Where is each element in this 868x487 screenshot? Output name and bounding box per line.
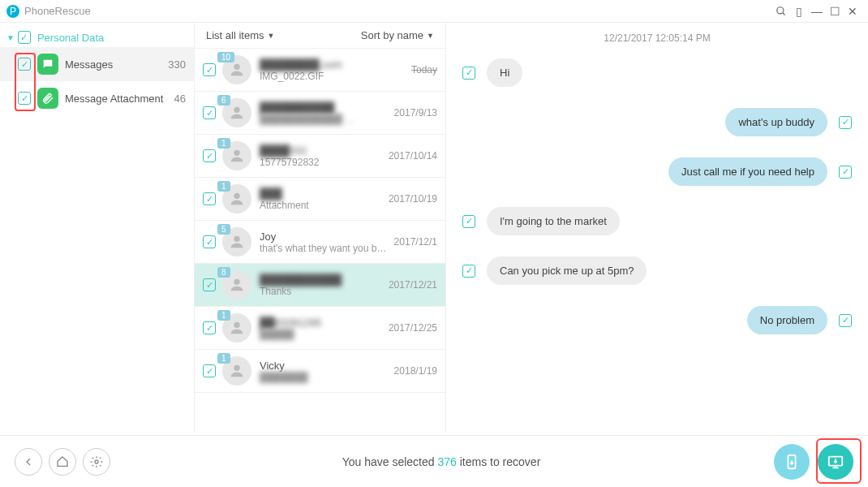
checkbox-personal-data[interactable] bbox=[18, 31, 31, 44]
search-icon[interactable] bbox=[772, 2, 790, 20]
svg-point-4 bbox=[234, 150, 239, 156]
sidebar: ▼ Personal Data Messages 330 Message Att… bbox=[0, 23, 195, 433]
svg-point-0 bbox=[777, 6, 784, 13]
conversation-date: 2018/1/19 bbox=[394, 365, 437, 377]
message-bubble: Just call me if you need help bbox=[668, 157, 827, 186]
sidebar-item-label: Messages bbox=[65, 58, 113, 71]
checkbox-conversation[interactable] bbox=[203, 321, 216, 334]
conversation-item[interactable]: 8███████████Thanks2017/12/21 bbox=[195, 264, 445, 307]
svg-point-7 bbox=[234, 279, 239, 285]
message-bubble: Can you pick me up at 5pm? bbox=[487, 256, 647, 285]
message-row: Just call me if you need help bbox=[462, 157, 852, 186]
maximize-icon[interactable]: ☐ bbox=[826, 2, 844, 20]
attachment-app-icon bbox=[37, 88, 58, 109]
conversation-date: 2017/12/21 bbox=[389, 279, 437, 291]
conversation-item[interactable]: 10████████.comIMG_0022.GIFToday bbox=[195, 49, 445, 92]
checkbox-conversation[interactable] bbox=[203, 63, 216, 76]
conversation-name: ████████.com bbox=[260, 58, 406, 71]
checkbox-messages[interactable] bbox=[18, 58, 31, 71]
recover-to-device-button[interactable] bbox=[774, 444, 810, 480]
conversation-date: Today bbox=[411, 64, 437, 75]
tree-root-label: Personal Data bbox=[37, 32, 104, 44]
checkbox-message[interactable] bbox=[462, 215, 475, 228]
svg-point-9 bbox=[234, 365, 239, 371]
message-row: what's up buddy bbox=[462, 108, 852, 136]
message-row: I'm going to the market bbox=[462, 207, 852, 235]
avatar: 1 bbox=[222, 184, 251, 213]
tree-root-personal-data[interactable]: ▼ Personal Data bbox=[0, 28, 194, 47]
conversation-column: List all items ▼ Sort by name ▼ 10██████… bbox=[195, 23, 446, 433]
conversation-list[interactable]: 10████████.comIMG_0022.GIFToday6████████… bbox=[195, 49, 445, 433]
message-row: Can you pick me up at 5pm? bbox=[462, 256, 852, 285]
checkbox-message[interactable] bbox=[839, 166, 852, 179]
conversation-name: ███ bbox=[260, 187, 384, 200]
sidebar-item-message-attachment[interactable]: Message Attachment 46 bbox=[0, 81, 194, 115]
minimize-icon[interactable]: — bbox=[808, 2, 826, 20]
titlebar: P PhoneRescue ▯ — ☐ ✕ bbox=[0, 0, 868, 23]
chat-message-list: Hiwhat's up buddyJust call me if you nee… bbox=[462, 58, 852, 356]
sidebar-item-count: 330 bbox=[168, 58, 186, 71]
home-button[interactable] bbox=[49, 448, 76, 476]
conversation-preview: IMG_0022.GIF bbox=[260, 71, 406, 82]
unread-badge: 5 bbox=[217, 224, 230, 235]
message-row: No problem bbox=[462, 306, 852, 334]
checkbox-message[interactable] bbox=[839, 116, 852, 129]
recover-to-computer-button[interactable] bbox=[818, 444, 853, 480]
menu-icon[interactable]: ▯ bbox=[790, 2, 808, 20]
settings-button[interactable] bbox=[83, 448, 110, 476]
message-bubble: No problem bbox=[747, 306, 827, 334]
checkbox-message[interactable] bbox=[839, 314, 852, 327]
avatar: 5 bbox=[222, 227, 251, 256]
conversation-name: Joy bbox=[260, 231, 389, 243]
sort-dropdown[interactable]: Sort by name ▼ bbox=[361, 29, 434, 41]
message-bubble: Hi bbox=[487, 58, 522, 87]
checkbox-conversation[interactable] bbox=[203, 235, 216, 248]
conversation-item[interactable]: 1██83281295█████2017/12/25 bbox=[195, 307, 445, 350]
conversation-date: 2017/10/14 bbox=[389, 150, 437, 162]
checkbox-conversation[interactable] bbox=[203, 149, 216, 162]
checkbox-conversation[interactable] bbox=[203, 278, 216, 291]
conversation-preview: 15775792832 bbox=[260, 157, 384, 168]
avatar: 1 bbox=[222, 313, 251, 343]
chat-timestamp: 12/21/2017 12:05:14 PM bbox=[462, 32, 852, 44]
checkbox-message[interactable] bbox=[462, 265, 475, 278]
status-text: You have selected 376 items to recover bbox=[117, 455, 766, 468]
conversation-item[interactable]: 1Vicky███████2018/1/19 bbox=[195, 350, 445, 393]
list-filter-dropdown[interactable]: List all items ▼ bbox=[206, 29, 274, 41]
conversation-item[interactable]: 1███Attachment2017/10/19 bbox=[195, 178, 445, 221]
app-logo: P bbox=[6, 5, 19, 18]
back-button[interactable] bbox=[15, 448, 42, 476]
conversation-name: ████332 bbox=[260, 144, 384, 157]
checkbox-conversation[interactable] bbox=[203, 364, 216, 377]
svg-point-6 bbox=[234, 236, 239, 242]
conversation-preview: █████ bbox=[260, 329, 384, 340]
selected-count: 376 bbox=[437, 455, 456, 468]
message-bubble: what's up buddy bbox=[725, 108, 827, 136]
avatar: 1 bbox=[222, 356, 251, 386]
sidebar-item-count: 46 bbox=[174, 93, 186, 105]
conversation-date: 2017/12/1 bbox=[394, 236, 437, 248]
avatar: 6 bbox=[222, 98, 251, 127]
checkbox-message[interactable] bbox=[462, 67, 475, 80]
chevron-down-icon: ▼ bbox=[6, 33, 15, 42]
conversation-name: Vicky bbox=[260, 360, 389, 372]
svg-point-3 bbox=[234, 107, 239, 113]
svg-point-2 bbox=[234, 64, 239, 70]
conversation-item[interactable]: 5Joythat's what they want you back2017/1… bbox=[195, 221, 445, 264]
conversation-preview: Attachment bbox=[260, 200, 384, 211]
conversation-name: ██83281295 bbox=[260, 317, 384, 329]
checkbox-conversation[interactable] bbox=[203, 106, 216, 119]
svg-line-1 bbox=[783, 12, 785, 15]
conversation-item[interactable]: 1████332157757928322017/10/14 bbox=[195, 135, 445, 178]
close-icon[interactable]: ✕ bbox=[844, 2, 862, 20]
unread-badge: 1 bbox=[217, 310, 230, 321]
sidebar-item-messages[interactable]: Messages 330 bbox=[0, 47, 194, 81]
avatar: 8 bbox=[222, 270, 251, 300]
conversation-item[interactable]: 6██████████████████████ …2017/9/13 bbox=[195, 92, 445, 135]
checkbox-message-attachment[interactable] bbox=[18, 92, 31, 105]
checkbox-conversation[interactable] bbox=[203, 192, 216, 205]
unread-badge: 1 bbox=[217, 138, 230, 149]
conversation-preview: ███████ bbox=[260, 372, 389, 383]
avatar: 1 bbox=[222, 141, 251, 170]
conversation-header: List all items ▼ Sort by name ▼ bbox=[195, 23, 445, 49]
